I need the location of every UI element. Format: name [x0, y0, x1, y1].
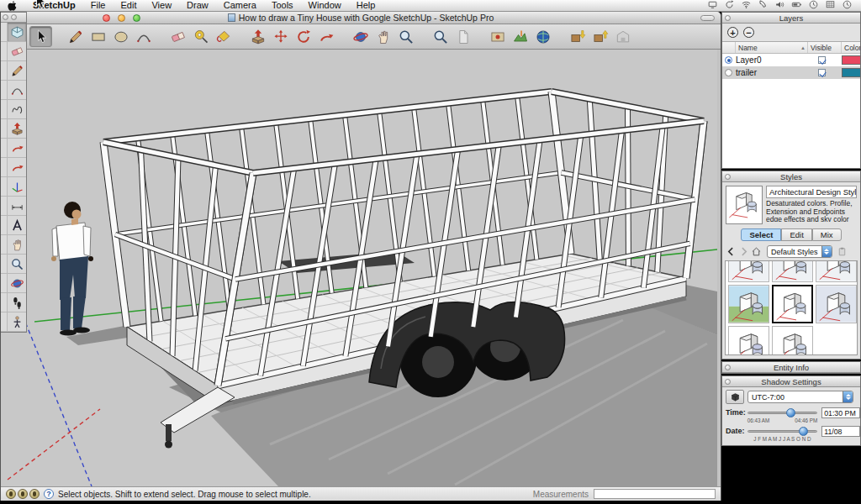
- styles-browser[interactable]: [725, 260, 858, 355]
- protractor-tool-button[interactable]: [1, 197, 8, 215]
- wifi-status-icon[interactable]: [741, 0, 752, 12]
- create-style-icon[interactable]: [837, 246, 848, 257]
- axes-tool-button[interactable]: [8, 177, 26, 196]
- phone-status-icon[interactable]: [758, 0, 769, 12]
- tape-measure-tool-button[interactable]: [1, 177, 8, 196]
- move-tool-button[interactable]: [1, 119, 8, 138]
- offset-tool-button[interactable]: [8, 158, 26, 176]
- eraser-tool-button[interactable]: [8, 42, 26, 60]
- arc-tool-button[interactable]: [8, 81, 26, 99]
- styles-tab-select[interactable]: Select: [741, 228, 781, 241]
- time-slider[interactable]: 06:43 AM 04:46 PM: [747, 407, 818, 423]
- geo-location-icon[interactable]: [6, 489, 16, 499]
- walk-tool-button[interactable]: [8, 293, 26, 312]
- window-title-bar[interactable]: How to draw a Tiny House with Google Ske…: [1, 12, 721, 24]
- add-location-tool-button[interactable]: [486, 26, 509, 47]
- display-status-icon[interactable]: [707, 0, 718, 12]
- volume-status-icon[interactable]: [774, 0, 785, 12]
- line-tool-button[interactable]: [8, 61, 26, 80]
- model-warehouse-tool-button[interactable]: [611, 26, 634, 47]
- text-tool-button[interactable]: [1, 216, 8, 234]
- menu-edit[interactable]: Edit: [113, 0, 144, 10]
- dropdown-stepper-icon[interactable]: [821, 246, 832, 257]
- style-name-field[interactable]: Architectural Design Style: [766, 186, 857, 198]
- layer-row-Layer0[interactable]: Layer0: [722, 54, 860, 66]
- style-thumbnail-6[interactable]: [816, 285, 857, 323]
- move-tool-button[interactable]: [269, 26, 292, 47]
- layer-visible-checkbox[interactable]: [818, 69, 826, 76]
- push-pull-tool-button[interactable]: [8, 119, 26, 138]
- credits-icon[interactable]: [29, 489, 40, 499]
- layer-visible-checkbox[interactable]: [818, 56, 826, 64]
- menu-tools[interactable]: Tools: [264, 0, 301, 10]
- toggle-shadows-button[interactable]: [726, 390, 744, 404]
- share-model-tool-button[interactable]: [589, 26, 611, 47]
- shadow-settings-close-icon[interactable]: [725, 379, 731, 385]
- time-slider-thumb[interactable]: [786, 408, 795, 417]
- polygon-tool-button[interactable]: [1, 100, 8, 118]
- rotate-tool-button[interactable]: [1, 139, 8, 157]
- spaces-status-icon[interactable]: [825, 0, 836, 12]
- active-layer-radio[interactable]: [725, 56, 732, 64]
- help-icon[interactable]: ?: [44, 489, 54, 499]
- apple-menu-icon[interactable]: [7, 1, 18, 11]
- offset-tool-button[interactable]: [314, 26, 337, 47]
- menu-file[interactable]: File: [83, 0, 114, 10]
- line-tool-button[interactable]: [64, 26, 87, 47]
- layers-close-icon[interactable]: [725, 15, 731, 21]
- styles-tab-edit[interactable]: Edit: [781, 228, 811, 241]
- active-layer-radio[interactable]: [725, 69, 732, 76]
- orbit-tool-button[interactable]: [8, 274, 26, 292]
- style-thumbnail-2[interactable]: [772, 260, 813, 282]
- rectangle-tool-button[interactable]: [87, 26, 109, 47]
- style-thumbnail-5[interactable]: [772, 285, 813, 323]
- layers-column-name[interactable]: Name▲: [736, 42, 808, 53]
- style-thumbnail-1[interactable]: [728, 260, 769, 282]
- style-thumbnail-7[interactable]: [728, 326, 769, 355]
- menu-camera[interactable]: Camera: [216, 0, 264, 10]
- previous-view-tool-button[interactable]: [1, 274, 8, 292]
- entity-info-title-bar[interactable]: Entity Info: [722, 362, 860, 373]
- style-thumbnail-8[interactable]: [772, 326, 813, 355]
- menu-draw[interactable]: Draw: [179, 0, 216, 10]
- home-icon[interactable]: [751, 246, 762, 257]
- toolbar-toggle-pill[interactable]: [700, 15, 715, 21]
- get-models-tool-button[interactable]: [566, 26, 589, 47]
- layer-name[interactable]: trailer: [736, 68, 808, 77]
- palette-zoom-button[interactable]: [11, 14, 17, 20]
- tape-measure-tool-button[interactable]: [189, 26, 212, 47]
- eraser-tool-button[interactable]: [166, 26, 189, 47]
- timezone-stepper-icon[interactable]: [843, 391, 853, 402]
- time-slider-track[interactable]: [747, 412, 818, 414]
- timezone-dropdown[interactable]: UTC-7:00: [747, 391, 853, 403]
- orbit-tool-button[interactable]: [349, 26, 372, 47]
- menu-help[interactable]: Help: [349, 0, 383, 10]
- make-component-tool-button[interactable]: [8, 23, 26, 41]
- time-machine-status-icon[interactable]: [808, 0, 819, 12]
- layers-column-visible[interactable]: Visible: [808, 42, 842, 53]
- select-arrow-tool-button[interactable]: [29, 26, 52, 47]
- zoom-tool-button[interactable]: [394, 26, 417, 47]
- pan-tool-button[interactable]: [8, 235, 26, 254]
- date-slider-thumb[interactable]: [799, 427, 808, 436]
- push-pull-tool-button[interactable]: [246, 26, 269, 47]
- add-layer-button[interactable]: +: [727, 27, 738, 38]
- styles-tab-mix[interactable]: Mix: [812, 228, 842, 241]
- select-tool-button[interactable]: [1, 23, 8, 41]
- previous-view-tool-button[interactable]: [452, 26, 474, 47]
- dimension-tool-button[interactable]: [8, 197, 26, 215]
- date-slider[interactable]: J F M A M J J A S O N D: [747, 426, 818, 441]
- clock-status-icon[interactable]: [842, 0, 853, 12]
- tool-palette-title-bar[interactable]: [1, 13, 26, 23]
- circle-tool-button[interactable]: [1, 81, 8, 99]
- circle-tool-button[interactable]: [109, 26, 132, 47]
- layer-color-swatch[interactable]: [842, 55, 861, 65]
- zoom-tool-button[interactable]: [1, 255, 8, 273]
- entity-info-close-icon[interactable]: [725, 365, 731, 370]
- date-value-field[interactable]: 11/08: [821, 426, 860, 437]
- layers-column-color[interactable]: Color: [842, 42, 861, 53]
- position-camera-tool-button[interactable]: [1, 293, 8, 312]
- freehand-tool-button[interactable]: [8, 100, 26, 118]
- rotate-tool-button[interactable]: [292, 26, 314, 47]
- back-arrow-icon[interactable]: [726, 246, 737, 257]
